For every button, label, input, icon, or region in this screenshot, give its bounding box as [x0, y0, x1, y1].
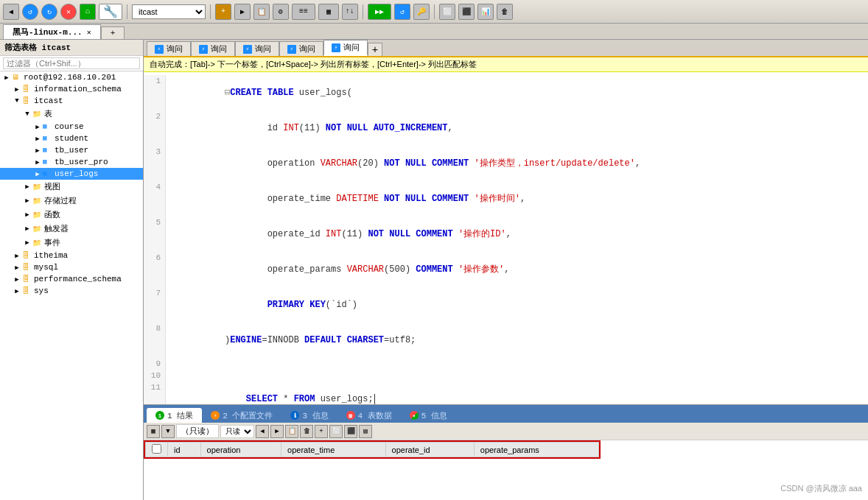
tree-item-procedures[interactable]: ▶ 📁 存储过程 — [0, 194, 143, 208]
query-tab-5[interactable]: ⚡ 询问 — [323, 40, 368, 56]
toolbar-btn-9[interactable]: ⚙ — [273, 4, 289, 20]
window-tab-plus[interactable]: + — [101, 27, 125, 39]
toolbar-btn-4[interactable]: ✕ — [60, 4, 77, 20]
toolbar-btn-14[interactable]: ↺ — [394, 4, 410, 20]
readonly-dropdown[interactable]: 只读 — [220, 425, 254, 438]
toggle-sys[interactable]: ▶ — [12, 287, 22, 295]
toolbar-btn-2[interactable]: ↺ — [22, 4, 38, 20]
toolbar-btn-3[interactable]: ↻ — [41, 4, 57, 20]
tree-item-itheima[interactable]: ▶ 🗄 itheima — [0, 250, 143, 261]
toolbar-btn-5[interactable]: ⌂ — [80, 4, 96, 20]
tree-item-itcast[interactable]: ▼ 🗄 itcast — [0, 95, 143, 107]
window-tab-close[interactable]: ✕ — [87, 28, 91, 37]
tree-item-student[interactable]: ▶ ▦ student — [0, 133, 143, 144]
query-tab-2[interactable]: ⚡ 询问 — [191, 41, 235, 56]
editor-line-7: 7 PRIMARY KEY(`id`) — [144, 287, 868, 323]
toolbar-btn-11[interactable]: ▦ — [318, 4, 339, 20]
toggle-perf-schema[interactable]: ▶ — [12, 275, 22, 284]
tree-item-info-schema[interactable]: ▶ 🗄 information_schema — [0, 83, 143, 95]
query-tab-plus[interactable]: + — [368, 43, 382, 56]
tree-item-views[interactable]: ▶ 📁 视图 — [0, 180, 143, 194]
btn-delete[interactable]: 🗑 — [300, 425, 313, 438]
db-dropdown[interactable]: itcast — [132, 4, 206, 19]
tree-label-views: 视图 — [44, 181, 60, 192]
btn-col1[interactable]: ⬜ — [329, 425, 343, 438]
tree-item-mysql[interactable]: ▶ 🗄 mysql — [0, 261, 143, 273]
tree-item-user-logs[interactable]: ▶ ▦ user_logs — [0, 168, 143, 180]
toggle-events[interactable]: ▶ — [22, 239, 32, 247]
toggle-mysql[interactable]: ▶ — [12, 264, 22, 272]
sql-editor[interactable]: 1 ⊟CREATE TABLE user_logs( 2 id INT(11) … — [144, 72, 868, 404]
db-icon-info: 🗄 — [22, 85, 32, 94]
btn-back[interactable]: ◀ — [256, 425, 269, 438]
toolbar-btn-12[interactable]: ↑↓ — [342, 4, 358, 20]
toggle-procedures[interactable]: ▶ — [22, 197, 32, 205]
toggle-itheima[interactable]: ▶ — [12, 252, 22, 260]
toggle-functions[interactable]: ▶ — [22, 211, 32, 219]
btn-add[interactable]: + — [315, 425, 328, 438]
toggle-views[interactable]: ▶ — [22, 183, 32, 191]
toolbar-btn-19[interactable]: 🗑 — [497, 4, 513, 20]
toggle-triggers[interactable]: ▶ — [22, 225, 32, 233]
header-checkbox[interactable] — [152, 444, 161, 454]
tree-item-tables-folder[interactable]: ▼ 📁 表 — [0, 107, 143, 121]
tree-item-events[interactable]: ▶ 📁 事件 — [0, 236, 143, 250]
toggle-user-logs[interactable]: ▶ — [32, 170, 43, 178]
line-num-1: 1 — [144, 75, 166, 110]
btn-col3[interactable]: ▤ — [359, 425, 372, 438]
table-icon-student: ▦ — [43, 134, 53, 143]
toolbar-btn-18[interactable]: 📊 — [477, 4, 494, 20]
toggle-server[interactable]: ▶ — [1, 74, 12, 82]
bottom-tab-info2[interactable]: ✦ 5 信息 — [401, 408, 456, 423]
window-tab-main[interactable]: 黑马-linux-m... ✕ — [3, 24, 101, 39]
line-content-1: ⊟CREATE TABLE user_logs( — [166, 75, 868, 110]
tree-label-triggers: 触发器 — [44, 223, 69, 234]
toggle-itcast[interactable]: ▼ — [12, 97, 22, 105]
toolbar-btn-13[interactable]: ▶▶ — [368, 4, 391, 20]
query-tab-1[interactable]: ⚡ 询问 — [147, 41, 191, 56]
toggle-info-schema[interactable]: ▶ — [12, 85, 22, 94]
bottom-tab-results[interactable]: 1 1 结果 — [147, 408, 202, 423]
bottom-tab-tabledata[interactable]: ▦ 4 表数据 — [337, 408, 401, 423]
toolbar-btn-17[interactable]: ⬛ — [458, 4, 475, 20]
tree-item-tb-user[interactable]: ▶ ▦ tb_user — [0, 144, 143, 156]
editor-line-6: 6 operate_params VARCHAR(500) COMMENT '操… — [144, 252, 868, 287]
query-tab-3[interactable]: ⚡ 询问 — [235, 41, 279, 56]
btn-grid[interactable]: ▦ — [147, 425, 160, 438]
filter-input[interactable] — [3, 57, 140, 69]
toolbar-btn-8[interactable]: 📋 — [253, 4, 270, 20]
col-checkbox[interactable] — [146, 443, 168, 457]
toolbar-btn-15[interactable]: 🔑 — [413, 4, 430, 20]
tree-item-tb-user-pro[interactable]: ▶ ▦ tb_user_pro — [0, 156, 143, 168]
line-num-8: 8 — [144, 323, 166, 358]
toolbar-btn-16[interactable]: ⬜ — [439, 4, 455, 20]
toggle-tb-user[interactable]: ▶ — [32, 147, 43, 155]
btn-dropdown-arrow[interactable]: ▼ — [161, 425, 175, 438]
query-tab-4[interactable]: ⚡ 询问 — [279, 41, 323, 56]
tree-item-sys[interactable]: ▶ 🗄 sys — [0, 285, 143, 297]
toggle-student[interactable]: ▶ — [32, 135, 43, 143]
btn-copy[interactable]: 📋 — [285, 425, 298, 438]
toolbar-btn-10[interactable]: ≡≡ — [292, 4, 315, 20]
bottom-tab-config[interactable]: ⚡ 2 个配置文件 — [202, 408, 281, 423]
editor-line-8: 8 )ENGINE=INNODB DEFAULT CHARSET=utf8; — [144, 323, 868, 358]
btn-forward[interactable]: ▶ — [270, 425, 284, 438]
toggle-tb-user-pro[interactable]: ▶ — [32, 158, 43, 166]
toggle-tables[interactable]: ▼ — [22, 110, 32, 118]
toggle-course[interactable]: ▶ — [32, 123, 43, 131]
query-tab-icon-4: ⚡ — [287, 45, 296, 54]
toolbar-btn-1[interactable]: ◀ — [3, 4, 19, 20]
toolbar-btn-6[interactable]: 🔧 — [99, 4, 122, 20]
tree-item-functions[interactable]: ▶ 📁 函数 — [0, 208, 143, 222]
toolbar-btn-7[interactable]: ▶ — [234, 4, 251, 20]
tree-item-triggers[interactable]: ▶ 📁 触发器 — [0, 222, 143, 236]
bottom-tab-info[interactable]: ℹ 3 信息 — [281, 408, 337, 423]
btn-col2[interactable]: ⬛ — [344, 425, 357, 438]
tree-label-procedures: 存储过程 — [44, 195, 77, 206]
toolbar-btn-add[interactable]: + — [215, 4, 231, 20]
table-icon-tb-user-pro: ▦ — [43, 158, 53, 166]
tree-item-course[interactable]: ▶ ▦ course — [0, 121, 143, 133]
tree-item-server[interactable]: ▶ 🖥 root@192.168.10.201 — [0, 71, 143, 83]
tree-item-perf-schema[interactable]: ▶ 🗄 performance_schema — [0, 273, 143, 285]
top-toolbar: ◀ ↺ ↻ ✕ ⌂ 🔧 itcast + ▶ 📋 ⚙ ≡≡ ▦ ↑↓ ▶▶ ↺ … — [0, 0, 868, 24]
